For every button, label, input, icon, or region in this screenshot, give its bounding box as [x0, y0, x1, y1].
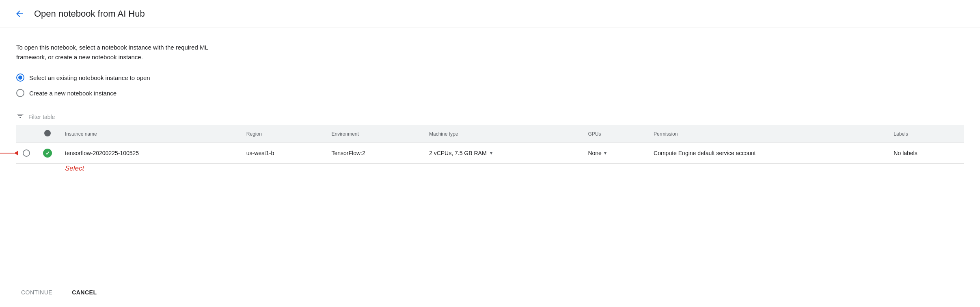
page-title: Open notebook from AI Hub	[34, 9, 145, 19]
row-status-cell	[37, 143, 58, 164]
filter-bar: Filter table	[16, 108, 964, 125]
back-button[interactable]	[13, 7, 26, 20]
row-gpus: None ▾	[581, 143, 647, 164]
arrow-head	[14, 151, 18, 156]
col-header-instance-name: Instance name	[58, 125, 240, 143]
col-header-permission: Permission	[647, 125, 887, 143]
radio-new[interactable]: Create a new notebook instance	[16, 89, 964, 97]
instances-table: Instance name Region Environment Machine…	[16, 125, 964, 164]
radio-new-label: Create a new notebook instance	[29, 90, 117, 97]
radio-existing-label: Select an existing notebook instance to …	[29, 74, 150, 81]
row-machine-type: 2 vCPUs, 7.5 GB RAM ▾	[423, 143, 581, 164]
footer-buttons: CONTINUE CANCEL	[0, 278, 980, 307]
radio-group: Select an existing notebook instance to …	[16, 74, 964, 97]
row-select-cell[interactable]	[16, 143, 37, 164]
row-radio-button[interactable]	[23, 149, 30, 157]
cancel-button[interactable]: CANCEL	[67, 286, 101, 299]
col-header-gpus: GPUs	[581, 125, 647, 143]
col-header-machine-type: Machine type	[423, 125, 581, 143]
col-header-select	[16, 125, 37, 143]
col-header-region: Region	[240, 125, 325, 143]
radio-existing[interactable]: Select an existing notebook instance to …	[16, 74, 964, 82]
arrow-line	[0, 153, 15, 154]
filter-placeholder[interactable]: Filter table	[28, 114, 55, 120]
col-header-labels: Labels	[887, 125, 964, 143]
filter-icon	[16, 112, 24, 122]
page-container: Open notebook from AI Hub To open this n…	[0, 0, 980, 307]
row-region: us-west1-b	[240, 143, 325, 164]
machine-type-cell: 2 vCPUs, 7.5 GB RAM ▾	[429, 150, 575, 156]
page-header: Open notebook from AI Hub	[0, 0, 980, 28]
select-label-container: Select	[65, 164, 964, 173]
main-content: To open this notebook, select a notebook…	[0, 28, 980, 278]
row-instance-name: tensorflow-20200225-100525	[58, 143, 240, 164]
radio-new-circle[interactable]	[16, 89, 24, 97]
description-text: To open this notebook, select a notebook…	[16, 43, 300, 62]
running-status-icon	[43, 149, 52, 158]
radio-existing-circle[interactable]	[16, 74, 24, 82]
row-permission: Compute Engine default service account	[647, 143, 887, 164]
row-environment: TensorFlow:2	[325, 143, 423, 164]
machine-type-dropdown-icon[interactable]: ▾	[490, 150, 492, 156]
table-header-row: Instance name Region Environment Machine…	[16, 125, 964, 143]
gpus-cell: None ▾	[588, 150, 641, 156]
status-header-dot	[44, 130, 51, 136]
col-header-environment: Environment	[325, 125, 423, 143]
row-labels: No labels	[887, 143, 964, 164]
table-row: tensorflow-20200225-100525 us-west1-b Te…	[16, 143, 964, 164]
col-header-status	[37, 125, 58, 143]
continue-button[interactable]: CONTINUE	[16, 286, 57, 299]
gpus-dropdown-icon[interactable]: ▾	[604, 150, 607, 156]
select-label: Select	[65, 164, 84, 173]
select-arrow-indicator	[0, 151, 18, 156]
instances-table-wrapper: Instance name Region Environment Machine…	[16, 125, 964, 164]
